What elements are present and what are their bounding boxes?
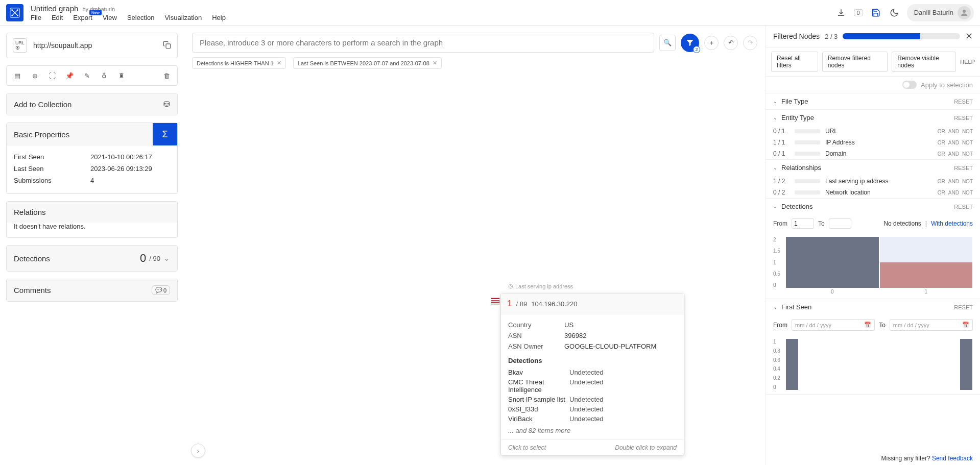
tooltip-row: ASN OwnerGOOGLE-CLOUD-PLATFORM <box>508 341 677 352</box>
detection-item: BkavUndetected <box>508 368 677 377</box>
chevron-down-icon[interactable]: ⌄ <box>773 99 777 104</box>
flag-us-icon <box>491 298 500 305</box>
filter-row[interactable]: 1 / 1IP AddressORANDNOT <box>766 137 980 148</box>
filter-panel-title: Filtered Nodes <box>773 32 820 40</box>
tooltip-hint-select: Click to select <box>508 444 546 451</box>
search-icon[interactable]: 🔍 <box>659 35 676 51</box>
chip-close-icon[interactable]: ✕ <box>277 60 281 66</box>
tooltip-more-items: ... and 82 items more <box>508 427 677 434</box>
tooltip-row: ASN396982 <box>508 330 677 341</box>
chevron-down-icon[interactable]: ⌄ <box>773 115 777 120</box>
filter-row[interactable]: 0 / 1DomainORANDNOT <box>766 148 980 159</box>
undo-icon[interactable]: ↶ <box>724 36 738 50</box>
filter-panel: Filtered Nodes 2 / 3 ✕ Reset all filters… <box>766 26 980 465</box>
apply-selection-toggle[interactable] <box>902 81 917 89</box>
calendar-icon: 📅 <box>962 322 969 328</box>
help-link[interactable]: HELP <box>960 59 975 65</box>
firstseen-to-input[interactable]: mm / dd / yyyy📅 <box>890 319 973 331</box>
notification-badge[interactable]: 0 <box>854 9 863 16</box>
relations-title: Relations <box>14 208 46 216</box>
add-button[interactable]: ＋ <box>704 36 719 50</box>
comments-card[interactable]: Comments 💬0 <box>6 279 178 302</box>
sigma-button[interactable]: Σ <box>153 123 177 145</box>
no-detections-label[interactable]: No detections <box>883 220 921 227</box>
close-icon[interactable]: ✕ <box>965 31 973 42</box>
collapse-panel-icon[interactable]: › <box>191 444 205 458</box>
svg-point-1 <box>11 9 13 11</box>
filter-chip[interactable]: Last Seen is BETWEEN 2023-07-07 and 2023… <box>293 57 442 69</box>
filter-row[interactable]: 0 / 1URLORANDNOT <box>766 126 980 137</box>
target-icon: ◎ <box>508 283 513 289</box>
action-toolbar: ▤ ⊕ ⛶ 📌 ✎ ♁ ♜ 🗑 <box>6 65 178 86</box>
reset-button[interactable]: RESET <box>954 304 973 310</box>
reset-button[interactable]: RESET <box>954 204 973 210</box>
comments-count-badge: 💬0 <box>152 285 170 295</box>
prop-row: Last Seen2023-06-26 09:13:29 <box>14 163 170 175</box>
save-icon[interactable] <box>870 7 881 18</box>
left-panel: URL⦿ http://soupault.app ▤ ⊕ ⛶ 📌 ✎ ♁ ♜ 🗑… <box>0 26 184 465</box>
avatar <box>958 6 971 19</box>
chip-close-icon[interactable]: ✕ <box>433 60 437 66</box>
graph-canvas[interactable]: 🔍 2 ＋ ↶ ↷ Detections is HIGHER THAN 1✕ L… <box>184 26 766 465</box>
detections-to-input[interactable] <box>829 218 851 229</box>
reset-button[interactable]: RESET <box>954 99 973 105</box>
feedback-link[interactable]: Missing any filter? Send feedback <box>881 455 973 462</box>
chevron-down-icon[interactable]: ⌄ <box>773 304 777 310</box>
url-type-icon: URL⦿ <box>13 38 27 53</box>
pin-icon[interactable]: 📌 <box>65 71 74 80</box>
detections-from-input[interactable] <box>792 218 814 229</box>
svg-point-2 <box>17 9 18 11</box>
detection-item: 0xSI_f33dUndetected <box>508 404 677 414</box>
edge-label: ◎ Last serving ip address <box>508 283 573 289</box>
hierarchy-icon[interactable]: ♁ <box>100 71 109 80</box>
remove-visible-button[interactable]: Remove visible nodes <box>892 52 956 72</box>
search-input[interactable] <box>192 33 654 53</box>
remove-filtered-button[interactable]: Remove filtered nodes <box>822 52 888 72</box>
detections-title: Detections <box>14 254 50 263</box>
tree-icon[interactable]: ♜ <box>117 71 126 80</box>
theme-icon[interactable] <box>889 7 900 18</box>
filter-row[interactable]: 1 / 2Last serving ip addressORANDNOT <box>766 176 980 187</box>
brush-icon[interactable]: ✎ <box>82 71 91 80</box>
redo-icon[interactable]: ↷ <box>743 36 757 50</box>
menu-help[interactable]: Help <box>212 14 226 21</box>
graph-title[interactable]: Untitled graph <box>31 4 78 13</box>
reset-button[interactable]: RESET <box>954 115 973 121</box>
menu-export[interactable]: ExportNew <box>73 14 92 21</box>
menu-edit[interactable]: Edit <box>52 14 63 21</box>
new-badge: New <box>89 10 102 15</box>
basic-properties-title: Basic Properties <box>7 123 153 146</box>
detections-card[interactable]: Detections 0 / 90 ⌄ <box>6 245 178 272</box>
note-icon[interactable]: ▤ <box>13 71 22 80</box>
app-logo[interactable] <box>6 4 23 21</box>
reset-button[interactable]: RESET <box>954 165 973 171</box>
add-collection-label: Add to Collection <box>14 100 71 109</box>
tooltip-detection-total: / 89 <box>516 300 527 308</box>
user-menu[interactable]: Daniil Baturin <box>907 4 974 21</box>
add-collection-card[interactable]: Add to Collection ⛁ <box>6 93 178 115</box>
firstseen-from-input[interactable]: mm / dd / yyyy📅 <box>792 319 875 331</box>
filter-button[interactable]: 2 <box>681 34 699 52</box>
add-node-icon[interactable]: ⊕ <box>30 71 39 80</box>
chevron-down-icon[interactable]: ⌄ <box>163 254 170 263</box>
copy-icon[interactable] <box>163 41 171 51</box>
collection-icon: ⛁ <box>163 100 170 109</box>
tooltip-ip: 104.196.30.220 <box>531 300 577 308</box>
download-icon[interactable] <box>835 7 847 18</box>
chevron-down-icon[interactable]: ⌄ <box>773 165 777 170</box>
filter-chip[interactable]: Detections is HIGHER THAN 1✕ <box>192 57 286 69</box>
reset-filters-button[interactable]: Reset all filters <box>771 52 818 72</box>
chevron-down-icon[interactable]: ⌄ <box>773 204 777 209</box>
prop-row: First Seen2021-10-10 00:26:17 <box>14 151 170 163</box>
app-header: Untitled graph by dmbaturin File Edit Ex… <box>0 0 980 26</box>
tooltip-hint-expand: Double click to expand <box>615 444 677 451</box>
menu-view[interactable]: View <box>103 14 117 21</box>
with-detections-link[interactable]: With detections <box>931 220 973 227</box>
focus-icon[interactable]: ⛶ <box>47 71 57 80</box>
detection-item: Snort IP sample listUndetected <box>508 395 677 404</box>
menu-selection[interactable]: Selection <box>127 14 154 21</box>
menu-visualization[interactable]: Visualization <box>164 14 202 21</box>
menu-file[interactable]: File <box>31 14 41 21</box>
trash-icon[interactable]: 🗑 <box>162 71 171 80</box>
filter-row[interactable]: 0 / 2Network locationORANDNOT <box>766 187 980 198</box>
